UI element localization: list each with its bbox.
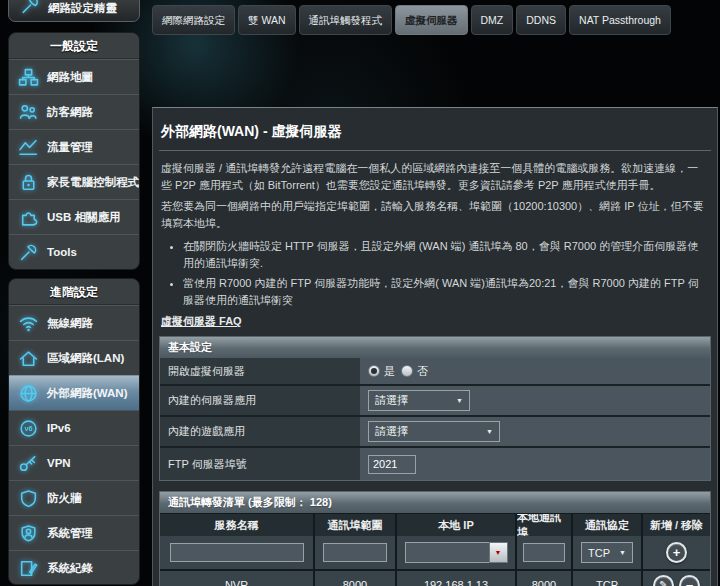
edit-entry-button[interactable]: ✎ [653, 575, 674, 586]
ftp-port-input[interactable] [368, 455, 416, 474]
tab-virtual-server[interactable]: 虛擬伺服器 [395, 5, 468, 35]
intro-paragraph-2: 若您要為同一個網路中的用戶端指定埠範圍，請輸入服務名稱、埠範圍（10200:10… [161, 198, 709, 232]
sidebar-item-traffic-manager[interactable]: 流量管理 [9, 129, 139, 164]
sidebar-general-title: 一般設定 [9, 33, 139, 59]
key-icon [16, 452, 40, 474]
local-ip-input[interactable] [405, 542, 489, 563]
row-label: 內建的遊戲應用 [160, 417, 360, 446]
sidebar-item-label: 網路地圖 [47, 70, 93, 85]
basic-settings-table: 基本設定 開啟虛擬伺服器 是 否 內建的伺服器應用 請選擇 ▼ [159, 336, 711, 481]
cell-service-name: NVR [160, 571, 313, 586]
ftp-port-row: FTP 伺服器埠號 [160, 446, 710, 480]
sidebar-item-usb-application[interactable]: USB 相關應用 [9, 199, 139, 234]
note-item: 當使用 R7000 內建的 FTP 伺服器功能時，設定外網( WAN 端)通訊埠… [183, 275, 709, 309]
radio-yes-label: 是 [384, 364, 395, 379]
tab-port-trigger[interactable]: 通訊埠觸發程式 [299, 5, 393, 35]
cell-protocol: TCP [571, 571, 641, 586]
sidebar-item-system-log[interactable]: 系統紀錄 [9, 550, 139, 585]
main-content-panel: 外部網路(WAN) - 虛擬伺服器 虛擬伺服器 / 通訊埠轉發允許遠程電腦在一個… [152, 107, 718, 586]
title-divider [159, 150, 711, 151]
radio-no[interactable]: 否 [401, 364, 428, 379]
tab-ddns[interactable]: DDNS [516, 5, 566, 35]
select-value: 請選擇 [375, 424, 408, 439]
column-local-port: 本地通訊埠 [515, 514, 571, 536]
select-value: TCP [588, 547, 610, 559]
sidebar-item-label: Tools [47, 246, 77, 258]
sidebar-item-parental-control[interactable]: 家長電腦控制程式 [9, 164, 139, 199]
wifi-icon [16, 312, 40, 334]
sidebar-item-wan[interactable]: 外部網路(WAN) [9, 375, 139, 410]
sidebar-advanced-group: 進階設定 無線網路 區域網路(LAN) 外部網路(WAN) v6 IPv6 VP… [8, 278, 140, 585]
page-title: 外部網路(WAN) - 虛擬伺服器 [161, 123, 709, 141]
sidebar-item-guest-network[interactable]: 訪客網路 [9, 94, 139, 129]
sidebar-item-system-admin[interactable]: 系統管理 [9, 515, 139, 550]
sidebar-item-label: 系統管理 [47, 526, 93, 541]
sidebar-item-wireless[interactable]: 無線網路 [9, 305, 139, 340]
port-forward-header: 通訊埠轉發清單 (最多限制： 128) [160, 492, 710, 513]
notes-list: 在關閉防火牆時設定 HTTP 伺服器，且設定外網 (WAN 端) 通訊埠為 80… [171, 238, 709, 309]
tab-internet-connection[interactable]: 網際網路設定 [152, 5, 235, 35]
sidebar-item-tools[interactable]: Tools [9, 234, 139, 269]
column-protocol: 通訊協定 [571, 514, 641, 536]
port-range-input[interactable] [323, 543, 387, 562]
famous-server-select[interactable]: 請選擇 ▼ [368, 390, 470, 411]
admin-person-icon [16, 522, 40, 544]
wrench-icon [16, 241, 40, 263]
log-document-icon [16, 557, 40, 579]
sidebar-item-label: 外部網路(WAN) [47, 386, 128, 401]
sidebar-item-label: 區域網路(LAN) [47, 351, 124, 366]
intro-paragraph-1: 虛擬伺服器 / 通訊埠轉發允許遠程電腦在一個私人的區域網路內連接至一個具體的電腦… [161, 160, 709, 194]
enable-virtual-server-row: 開啟虛擬伺服器 是 否 [160, 358, 710, 384]
local-ip-dropdown-button[interactable]: ▼ [489, 542, 508, 563]
sidebar-item-label: IPv6 [47, 422, 71, 434]
local-port-input[interactable] [523, 543, 565, 562]
cell-local-port: 8000 [515, 571, 571, 586]
tab-nat-passthrough[interactable]: NAT Passthrough [569, 5, 671, 35]
new-entry-row: ▼ TCP ▼ + [160, 536, 710, 569]
sidebar-item-vpn[interactable]: VPN [9, 445, 139, 480]
basic-settings-header: 基本設定 [160, 337, 710, 358]
row-label: 開啟虛擬伺服器 [160, 358, 360, 384]
service-name-input[interactable] [170, 543, 304, 562]
select-value: 請選擇 [375, 393, 408, 408]
sidebar-item-firewall[interactable]: 防火牆 [9, 480, 139, 515]
famous-game-select[interactable]: 請選擇 ▼ [368, 421, 500, 442]
table-row: NVR 8000 192.168.1.13 8000 TCP ✎ − [160, 569, 710, 586]
radio-no-circle[interactable] [401, 365, 413, 377]
sidebar-item-ipv6[interactable]: v6 IPv6 [9, 410, 139, 445]
chevron-down-icon: ▼ [495, 549, 502, 556]
radio-no-label: 否 [417, 364, 428, 379]
radio-yes-circle[interactable] [368, 365, 380, 377]
column-local-ip: 本地 IP [395, 514, 515, 536]
sidebar-item-label: 防火牆 [47, 491, 82, 506]
famous-game-row: 內建的遊戲應用 請選擇 ▼ [160, 415, 710, 446]
tab-dual-wan[interactable]: 雙 WAN [238, 5, 296, 35]
cell-local-ip: 192.168.1.13 [395, 571, 515, 586]
globe-icon [16, 382, 40, 404]
chevron-down-icon: ▼ [456, 397, 463, 404]
add-entry-button[interactable]: + [666, 542, 687, 563]
virtual-server-faq-link[interactable]: 虛擬伺服器 FAQ [161, 314, 242, 329]
sidebar-item-network-map[interactable]: 網路地圖 [9, 59, 139, 94]
column-port-range: 通訊埠範圍 [313, 514, 395, 536]
guest-network-icon [16, 101, 40, 123]
protocol-select[interactable]: TCP ▼ [581, 542, 633, 563]
sidebar-item-label: 流量管理 [47, 140, 93, 155]
shield-icon [16, 487, 40, 509]
chevron-down-icon: ▼ [486, 428, 493, 435]
radio-yes[interactable]: 是 [368, 364, 395, 379]
sidebar-advanced-title: 進階設定 [9, 279, 139, 305]
plus-icon: + [673, 546, 681, 559]
sidebar-item-label: 家長電腦控制程式 [47, 175, 139, 190]
puzzle-icon [16, 206, 40, 228]
tab-dmz[interactable]: DMZ [471, 5, 514, 35]
sidebar-item-lan[interactable]: 區域網路(LAN) [9, 340, 139, 375]
lock-icon [16, 171, 40, 193]
remove-entry-button[interactable]: − [679, 575, 700, 586]
sidebar-item-label: VPN [47, 457, 71, 469]
wrench-icon [17, 0, 41, 16]
quick-internet-setup-button[interactable]: 網路設定精靈 [8, 0, 140, 22]
row-label: 內建的伺服器應用 [160, 386, 360, 415]
note-item: 在關閉防火牆時設定 HTTP 伺服器，且設定外網 (WAN 端) 通訊埠為 80… [183, 238, 709, 272]
network-map-icon [16, 66, 40, 88]
